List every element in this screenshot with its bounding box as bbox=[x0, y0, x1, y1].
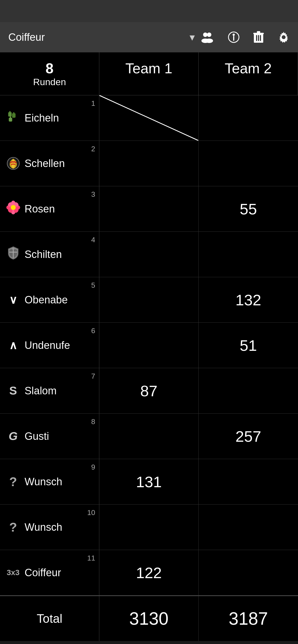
svg-point-1 bbox=[207, 33, 211, 37]
undenufe-icon: ∧ bbox=[6, 339, 21, 352]
table-row[interactable]: 5 ∨ Obenabe 132 bbox=[0, 277, 298, 323]
svg-point-3 bbox=[205, 39, 213, 43]
row-name-slalom: Slalom bbox=[25, 385, 57, 397]
total-label: Total bbox=[0, 596, 99, 641]
svg-rect-15 bbox=[8, 112, 12, 117]
row-label-gusti: 8 G Gusti bbox=[0, 414, 99, 459]
table-row[interactable]: 6 ∧ Undenufe 51 bbox=[0, 323, 298, 368]
cell-wunsch2-team1[interactable] bbox=[99, 505, 199, 550]
cell-obenabe-team1[interactable] bbox=[99, 277, 199, 322]
svg-rect-16 bbox=[9, 111, 10, 113]
svg-point-0 bbox=[203, 33, 207, 37]
gusti-icon: G bbox=[6, 430, 21, 443]
row-number-4: 4 bbox=[91, 236, 95, 244]
row-number-6: 6 bbox=[91, 327, 95, 335]
players-icon[interactable] bbox=[200, 31, 214, 43]
row-name-rosen: Rosen bbox=[25, 203, 55, 215]
header-team1: Team 1 bbox=[99, 52, 199, 95]
table-row[interactable]: 11 3x3 Coiffeur 122 bbox=[0, 550, 298, 596]
dropdown-button[interactable]: ▾ bbox=[190, 31, 195, 43]
row-number-7: 7 bbox=[91, 372, 95, 381]
delete-icon[interactable] bbox=[253, 31, 264, 43]
row-name-obenabe: Obenabe bbox=[25, 294, 68, 306]
table-row[interactable]: 4 Schilten bbox=[0, 232, 298, 277]
settings-icon[interactable] bbox=[278, 31, 290, 43]
toolbar: Coiffeur ▾ bbox=[0, 22, 298, 52]
table-header: 8 Runden Team 1 Team 2 bbox=[0, 52, 298, 95]
table-row[interactable]: 3 Rosen 55 bbox=[0, 186, 298, 232]
row-label-coiffeur: 11 3x3 Coiffeur bbox=[0, 550, 99, 595]
svg-line-21 bbox=[99, 95, 198, 141]
row-label-rosen: 3 Rosen bbox=[0, 186, 99, 231]
svg-rect-20 bbox=[10, 117, 11, 118]
cell-coiffeur-team2[interactable] bbox=[199, 550, 298, 595]
cell-coiffeur-team1[interactable]: 122 bbox=[99, 550, 199, 595]
row-name-eicheln: Eicheln bbox=[25, 112, 59, 124]
toolbar-icons bbox=[200, 31, 290, 43]
wunsch2-icon: ? bbox=[6, 520, 21, 535]
obenabe-icon: ∨ bbox=[6, 293, 21, 306]
schilten-icon bbox=[6, 246, 21, 263]
cell-gusti-team1[interactable] bbox=[99, 414, 199, 459]
diagonal-line bbox=[99, 95, 198, 141]
svg-rect-10 bbox=[256, 35, 257, 41]
slalom-icon: S bbox=[6, 384, 21, 397]
cell-undenufe-team2[interactable]: 51 bbox=[199, 323, 298, 368]
table-row[interactable]: 10 ? Wunsch bbox=[0, 505, 298, 550]
cell-wunsch1-team2[interactable] bbox=[199, 459, 298, 504]
total-row: Total 3130 3187 bbox=[0, 596, 298, 641]
svg-point-32 bbox=[11, 205, 16, 210]
row-label-schilten: 4 Schilten bbox=[0, 232, 99, 277]
wunsch1-icon: ? bbox=[6, 474, 21, 489]
row-name-coiffeur: Coiffeur bbox=[25, 567, 61, 579]
row-name-schilten: Schilten bbox=[25, 249, 62, 260]
cell-schellen-team2[interactable] bbox=[199, 141, 298, 186]
rounds-number: 8 bbox=[6, 60, 94, 77]
svg-rect-19 bbox=[9, 118, 12, 122]
cell-undenufe-team1[interactable] bbox=[99, 323, 199, 368]
table-row[interactable]: 9 ? Wunsch 131 bbox=[0, 459, 298, 505]
svg-point-6 bbox=[233, 34, 235, 36]
row-name-undenufe: Undenufe bbox=[25, 339, 70, 351]
cell-slalom-team1[interactable]: 87 bbox=[99, 368, 199, 413]
coiffeur-icon: 3x3 bbox=[6, 568, 21, 577]
svg-point-14 bbox=[282, 35, 286, 39]
row-label-eicheln: 1 Eicheln bbox=[0, 95, 99, 141]
cell-schellen-team1[interactable] bbox=[99, 141, 199, 186]
cell-wunsch2-team2[interactable] bbox=[199, 505, 298, 550]
table-row[interactable]: 7 S Slalom 87 bbox=[0, 368, 298, 414]
cell-obenabe-team2[interactable]: 132 bbox=[199, 277, 298, 322]
table-row[interactable]: 1 Eicheln bbox=[0, 95, 298, 141]
row-number-9: 9 bbox=[91, 463, 95, 471]
row-label-undenufe: 6 ∧ Undenufe bbox=[0, 323, 99, 368]
row-name-wunsch2: Wunsch bbox=[25, 521, 62, 533]
info-icon[interactable] bbox=[228, 31, 240, 43]
svg-rect-17 bbox=[12, 113, 15, 118]
cell-schilten-team1[interactable] bbox=[99, 232, 199, 277]
cell-gusti-team2[interactable]: 257 bbox=[199, 414, 298, 459]
row-label-wunsch1: 9 ? Wunsch bbox=[0, 459, 99, 504]
row-label-schellen: 2 Schellen bbox=[0, 141, 99, 186]
row-label-obenabe: 5 ∨ Obenabe bbox=[0, 277, 99, 322]
cell-wunsch1-team1[interactable]: 131 bbox=[99, 459, 199, 504]
cell-schilten-team2[interactable] bbox=[199, 232, 298, 277]
table-row[interactable]: 8 G Gusti 257 bbox=[0, 414, 298, 459]
cell-slalom-team2[interactable] bbox=[199, 368, 298, 413]
eicheln-icon bbox=[6, 110, 21, 126]
row-name-wunsch1: Wunsch bbox=[25, 476, 62, 488]
status-bar bbox=[0, 0, 298, 22]
svg-rect-18 bbox=[13, 112, 14, 114]
header-rounds: 8 Runden bbox=[0, 52, 99, 95]
table-row[interactable]: 2 Schellen bbox=[0, 141, 298, 186]
row-number-3: 3 bbox=[91, 190, 95, 199]
total-team1: 3130 bbox=[99, 596, 199, 641]
schellen-icon bbox=[6, 157, 21, 170]
header-team2: Team 2 bbox=[199, 52, 298, 95]
cell-rosen-team2[interactable]: 55 bbox=[199, 186, 298, 231]
row-label-wunsch2: 10 ? Wunsch bbox=[0, 505, 99, 550]
row-name-schellen: Schellen bbox=[25, 158, 65, 169]
cell-rosen-team1[interactable] bbox=[99, 186, 199, 231]
row-label-slalom: 7 S Slalom bbox=[0, 368, 99, 413]
cell-eicheln-team1[interactable] bbox=[99, 95, 199, 141]
cell-eicheln-team2[interactable] bbox=[199, 95, 298, 141]
